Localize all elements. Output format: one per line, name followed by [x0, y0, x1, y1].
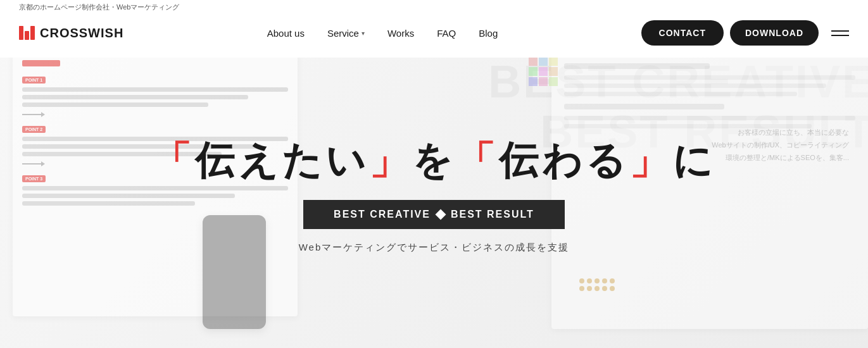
download-button[interactable]: DOWNLOAD: [730, 20, 819, 46]
hero-title-quote2-open: 「: [456, 139, 499, 182]
nav-blog[interactable]: Blog: [479, 28, 498, 39]
nav-links: About us Service ▾ Works FAQ Blog: [267, 28, 498, 39]
hamburger-menu[interactable]: [831, 30, 849, 36]
hero-title: 「伝えたい」を「伝わる」に: [152, 137, 716, 184]
diamond-icon: [435, 209, 446, 220]
hero-title-text2: 伝わる: [499, 139, 629, 182]
logo-text: CROSSWISH: [40, 26, 123, 40]
hero-title-text1: 伝えたい: [195, 139, 369, 182]
nav-faq[interactable]: FAQ: [437, 28, 456, 39]
logo-bar-3: [30, 26, 35, 40]
hamburger-line-1: [831, 30, 849, 32]
hero-title-quote2-close: 」: [629, 139, 672, 182]
hero-title-quote1-close: 」: [369, 139, 412, 182]
nav-works[interactable]: Works: [387, 28, 414, 39]
logo-bars: [19, 26, 35, 40]
nav-about[interactable]: About us: [267, 28, 305, 39]
badge-label-left: BEST CREATIVE: [334, 209, 431, 220]
site-tagline: 京都のホームページ制作会社・Webマーケティング: [19, 3, 179, 11]
logo-bar-2: [25, 31, 29, 40]
hero-badge: BEST CREATIVE BEST RESULT: [303, 200, 565, 229]
badge-label-right: BEST RESULT: [451, 209, 534, 220]
top-bar: 京都のホームページ制作会社・Webマーケティング: [0, 0, 868, 15]
logo-bar-1: [19, 26, 23, 40]
hero-title-quote1-open: 「: [152, 139, 195, 182]
hero-subtitle: Webマーケティングでサービス・ビジネスの成長を支援: [299, 242, 570, 254]
main-nav: CROSSWISH About us Service ▾ Works FAQ B…: [0, 15, 868, 58]
site-header: 京都のホームページ制作会社・Webマーケティング CROSSWISH About…: [0, 0, 868, 58]
nav-right-actions: CONTACT DOWNLOAD: [641, 20, 849, 46]
nav-service[interactable]: Service ▾: [327, 28, 365, 39]
hamburger-line-2: [831, 35, 849, 36]
logo-icon: [19, 26, 35, 40]
logo-link[interactable]: CROSSWISH: [19, 26, 123, 40]
hero-content: 「伝えたい」を「伝わる」に BEST CREATIVE BEST RESULT …: [0, 56, 868, 348]
contact-button[interactable]: CONTACT: [641, 20, 724, 46]
chevron-down-icon: ▾: [362, 30, 365, 37]
